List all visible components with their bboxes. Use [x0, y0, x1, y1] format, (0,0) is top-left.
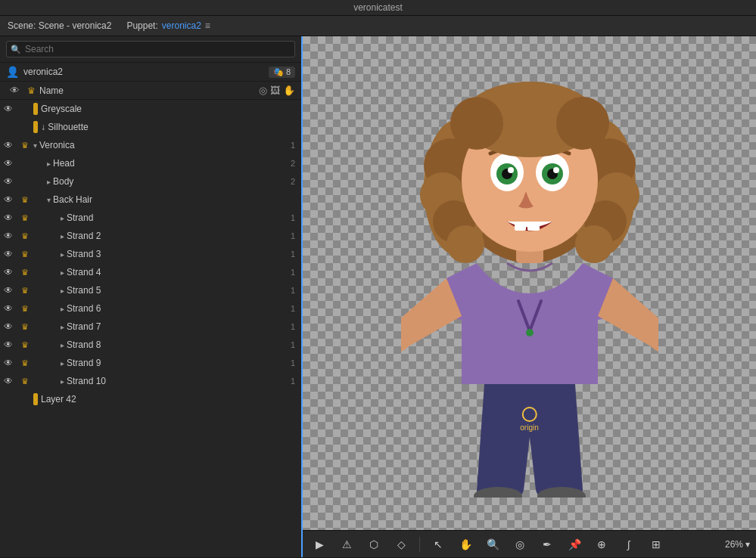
eye-btn-strand9[interactable]: 👁	[0, 358, 17, 368]
layer-label-silhouette: ↓ Silhouette	[41, 122, 89, 132]
canvas-viewport[interactable]: origin	[303, 36, 756, 530]
eye-btn-body[interactable]: 👁	[0, 176, 17, 187]
layer-row-body[interactable]: 👁▸Body2	[0, 172, 301, 191]
expand-arrow-strand8[interactable]: ▸	[61, 341, 64, 349]
eye-btn-strand1[interactable]: 👁	[0, 212, 17, 223]
solo-btn-veronica[interactable]: ♛	[17, 141, 33, 150]
layer-row-layer42[interactable]: Layer 42	[0, 390, 301, 408]
layer-name-strand2: ▸Strand 2	[33, 231, 286, 241]
solo-btn-backhair[interactable]: ♛	[17, 195, 33, 205]
eye-btn-strand5[interactable]: 👁	[0, 285, 17, 296]
puppet-name[interactable]: veronica2	[162, 20, 201, 31]
expand-arrow-strand1[interactable]: ▸	[61, 214, 64, 222]
solo-btn-strand5[interactable]: ♛	[17, 286, 33, 296]
eye-btn-strand10[interactable]: 👁	[0, 376, 17, 386]
layer-row-strand8[interactable]: 👁♛▸Strand 81	[0, 336, 301, 354]
solo-btn-strand3[interactable]: ♛	[17, 250, 33, 259]
layer-row-strand1[interactable]: 👁♛▸Strand1	[0, 209, 301, 227]
solo-btn-strand4[interactable]: ♛	[17, 268, 33, 277]
search-bar: 🔍	[0, 36, 301, 63]
app-title: veronicatest	[353, 2, 403, 13]
eye-btn-strand3[interactable]: 👁	[0, 249, 17, 259]
eye-btn-head[interactable]: 👁	[0, 158, 17, 169]
eye-btn-strand8[interactable]: 👁	[0, 339, 17, 350]
layer-name-strand10: ▸Strand 10	[33, 376, 286, 386]
puppet-label: Puppet: veronica2 ≡	[126, 20, 210, 31]
layer-name-head: ▸Head	[33, 158, 286, 169]
eye-btn-strand6[interactable]: 👁	[0, 303, 17, 314]
layer-row-backhair[interactable]: 👁♛▾Back Hair	[0, 191, 301, 209]
target-icon[interactable]: ◎	[259, 85, 267, 96]
layer-row-strand7[interactable]: 👁♛▸Strand 71	[0, 318, 301, 336]
solo-btn-strand2[interactable]: ♛	[17, 231, 33, 241]
layer-row-veronica[interactable]: 👁♛▾Veronica1	[0, 136, 301, 154]
solo-btn-strand10[interactable]: ♛	[17, 377, 33, 386]
tool-btn-globe[interactable]: ⬡	[363, 534, 384, 555]
layer-label-body: Body	[53, 176, 73, 187]
layer-num-strand7: 1	[286, 322, 301, 331]
expand-arrow-veronica[interactable]: ▾	[33, 141, 37, 150]
layer-row-strand5[interactable]: 👁♛▸Strand 51	[0, 281, 301, 299]
search-input[interactable]	[6, 41, 295, 57]
tool-btn-grid[interactable]: ⊞	[646, 534, 667, 555]
eye-btn-strand2[interactable]: 👁	[0, 231, 17, 241]
expand-arrow-strand6[interactable]: ▸	[61, 305, 64, 313]
tool-btn-pin[interactable]: 📌	[564, 534, 585, 555]
left-panel: 🔍 👤 veronica2 🎭 8 👁 ♛	[0, 36, 303, 557]
layer-label-greyscale: Greyscale	[41, 104, 82, 114]
expand-arrow-strand4[interactable]: ▸	[61, 268, 64, 277]
expand-arrow-strand9[interactable]: ▸	[61, 359, 64, 367]
layer-label-veronica: Veronica	[39, 140, 75, 150]
solo-col-header: ♛	[23, 85, 39, 96]
tool-btn-curve[interactable]: ∫	[618, 534, 639, 555]
layer-row-strand4[interactable]: 👁♛▸Strand 41	[0, 263, 301, 281]
tool-btn-warp[interactable]: ⊕	[591, 534, 612, 555]
layer-row-strand6[interactable]: 👁♛▸Strand 61	[0, 299, 301, 318]
solo-btn-strand6[interactable]: ♛	[17, 304, 33, 314]
solo-btn-strand7[interactable]: ♛	[17, 322, 33, 332]
layer-row-strand10[interactable]: 👁♛▸Strand 101	[0, 372, 301, 390]
expand-arrow-backhair[interactable]: ▾	[47, 196, 51, 204]
new-layer-icon[interactable]: 🖼	[270, 85, 280, 96]
expand-arrow-body[interactable]: ▸	[47, 178, 51, 186]
eye-btn-greyscale[interactable]: 👁	[0, 104, 17, 114]
tool-btn-diamond[interactable]: ◇	[390, 534, 412, 555]
tool-btn-warning[interactable]: ⚠	[336, 534, 357, 555]
layer-row-silhouette[interactable]: ↓ Silhouette	[0, 118, 301, 136]
tool-btn-pointer[interactable]: ↖	[428, 534, 449, 555]
solo-btn-strand8[interactable]: ♛	[17, 340, 33, 350]
expand-arrow-strand2[interactable]: ▸	[61, 232, 64, 240]
eye-btn-strand7[interactable]: 👁	[0, 321, 17, 332]
expand-arrow-strand7[interactable]: ▸	[61, 323, 64, 331]
layer-row-strand9[interactable]: 👁♛▸Strand 91	[0, 354, 301, 372]
tool-btn-pen[interactable]: ✒	[537, 534, 558, 555]
zoom-dropdown-arrow[interactable]: ▾	[745, 539, 750, 550]
user-icon: 👤	[6, 66, 19, 78]
expand-arrow-strand10[interactable]: ▸	[61, 377, 64, 386]
svg-point-25	[556, 97, 609, 150]
eye-btn-backhair[interactable]: 👁	[0, 194, 17, 205]
layer-row-greyscale[interactable]: 👁Greyscale	[0, 100, 301, 118]
svg-point-26	[526, 329, 534, 336]
layer-row-strand2[interactable]: 👁♛▸Strand 21	[0, 227, 301, 245]
layer-name-strand5: ▸Strand 5	[33, 285, 286, 296]
layer-num-strand9: 1	[286, 358, 301, 367]
tool-btn-zoom[interactable]: 🔍	[482, 534, 503, 555]
solo-btn-strand9[interactable]: ♛	[17, 358, 33, 368]
puppet-pin-icon[interactable]: ✋	[283, 85, 295, 96]
crown-header-icon: ♛	[27, 85, 36, 96]
layer-row-strand3[interactable]: 👁♛▸Strand 31	[0, 245, 301, 263]
layer-row-head[interactable]: 👁▸Head2	[0, 154, 301, 172]
puppet-menu-icon[interactable]: ≡	[205, 20, 210, 31]
search-wrapper: 🔍	[6, 41, 295, 57]
expand-arrow-head[interactable]: ▸	[47, 160, 51, 168]
tool-btn-origin[interactable]: ◎	[509, 534, 530, 555]
expand-arrow-strand5[interactable]: ▸	[61, 287, 64, 295]
eye-btn-strand4[interactable]: 👁	[0, 267, 17, 277]
svg-point-24	[450, 97, 503, 150]
eye-btn-veronica[interactable]: 👁	[0, 140, 17, 150]
expand-arrow-strand3[interactable]: ▸	[61, 250, 64, 259]
tool-btn-hand[interactable]: ✋	[455, 534, 476, 555]
solo-btn-strand1[interactable]: ♛	[17, 213, 33, 223]
tool-btn-expand[interactable]: ▶	[309, 534, 330, 555]
